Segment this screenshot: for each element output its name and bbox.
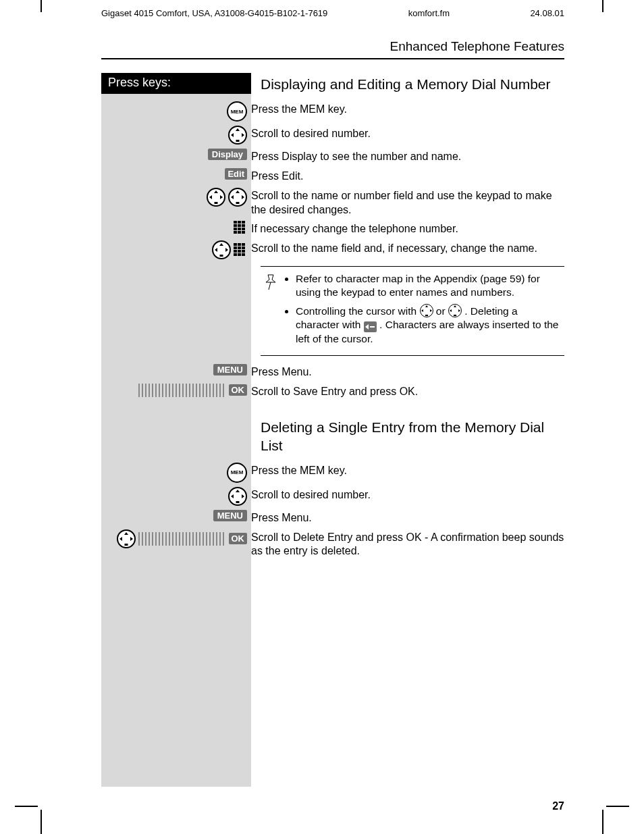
header-meta: Gigaset 4015 Comfort, USA, A31008-G4015-…	[101, 8, 564, 18]
crop-mark	[602, 0, 603, 12]
ok-softkey: OK	[229, 533, 248, 544]
step-text: Press Menu.	[251, 364, 564, 380]
mem-key-icon: MEM	[227, 101, 247, 122]
menu-softkey: MENU	[213, 510, 247, 521]
step-text: Press the MEM key.	[251, 463, 564, 478]
step-row: OK Scroll to Save Entry and press OK.	[261, 384, 564, 399]
crop-mark	[15, 806, 38, 807]
nav-key-icon	[228, 188, 247, 207]
keypad-icon	[234, 221, 247, 234]
step-text: Press Display to see the number and name…	[251, 149, 564, 164]
display-softkey: Display	[208, 149, 247, 160]
note-box: Refer to character map in the Appendix (…	[261, 266, 564, 356]
menu-softkey: MENU	[213, 364, 247, 375]
pushpin-icon	[263, 272, 284, 350]
nav-key-icon	[117, 529, 136, 548]
nav-key-icon	[448, 304, 462, 317]
backspace-key-icon	[364, 321, 377, 332]
step-text: Scroll to Save Entry and press OK.	[251, 384, 564, 399]
note-item: Refer to character map in the Appendix (…	[296, 272, 562, 299]
step-text: Scroll to the name field and, if necessa…	[251, 240, 564, 256]
step-row: OK Scroll to Delete Entry and press OK -…	[261, 529, 564, 559]
svg-line-0	[269, 282, 271, 290]
edit-softkey: Edit	[225, 168, 247, 180]
crop-mark	[41, 810, 42, 834]
page-number: 27	[552, 800, 564, 812]
subheading-display-edit: Displaying and Editing a Memory Dial Num…	[261, 76, 564, 93]
step-text: Scroll to desired number.	[251, 126, 564, 141]
mem-key-icon: MEM	[227, 463, 247, 483]
nav-key-icon	[212, 240, 231, 259]
section-title: Enhanced Telephone Features	[101, 39, 564, 59]
step-row: MENU Press Menu.	[261, 510, 564, 525]
body: Press keys: Displaying and Editing a Mem…	[101, 73, 564, 787]
step-row: MEM Press the MEM key.	[261, 463, 564, 483]
key-column: Press keys:	[101, 73, 251, 787]
product-id: Gigaset 4015 Comfort, USA, A31008-G4015-…	[101, 8, 327, 18]
step-row: If necessary change the telephone number…	[261, 221, 564, 236]
nav-key-icon	[228, 126, 247, 145]
step-row: Scroll to the name field and, if necessa…	[261, 240, 564, 259]
page: Gigaset 4015 Comfort, USA, A31008-G4015-…	[0, 0, 644, 834]
step-row: MENU Press Menu.	[261, 364, 564, 380]
step-text: Scroll to the name or number field and u…	[251, 188, 564, 217]
crop-mark	[41, 0, 42, 12]
crop-mark	[606, 806, 629, 807]
step-text: Press the MEM key.	[251, 101, 564, 117]
step-row: Display Press Display to see the number …	[261, 149, 564, 164]
display-placeholder-icon	[138, 384, 226, 397]
key-column-header: Press keys:	[101, 73, 251, 94]
step-row: MEM Press the MEM key.	[261, 101, 564, 122]
step-row: Edit Press Edit.	[261, 168, 564, 184]
step-text: Scroll to desired number.	[251, 487, 564, 502]
step-text: Scroll to Delete Entry and press OK - A …	[251, 529, 564, 559]
step-text: If necessary change the telephone number…	[251, 221, 564, 236]
step-row: Scroll to desired number.	[261, 126, 564, 145]
crop-mark	[602, 810, 603, 834]
nav-key-icon	[228, 487, 247, 506]
step-row: Scroll to the name or number field and u…	[261, 188, 564, 217]
display-placeholder-icon	[138, 532, 226, 546]
step-text: Press Menu.	[251, 510, 564, 525]
nav-key-icon	[420, 304, 433, 317]
content-column: Displaying and Editing a Memory Dial Num…	[251, 73, 564, 787]
ok-softkey: OK	[229, 384, 248, 396]
keypad-icon	[234, 243, 247, 257]
file-name: komfort.fm	[408, 8, 450, 18]
file-date: 24.08.01	[530, 8, 564, 18]
nav-key-icon	[207, 188, 225, 207]
note-item: Controlling the cursor with or . Deletin…	[296, 304, 562, 346]
section-title-text: Enhanced Telephone Features	[390, 39, 564, 53]
step-text: Press Edit.	[251, 168, 564, 184]
note-list: Refer to character map in the Appendix (…	[284, 272, 562, 350]
step-row: Scroll to desired number.	[261, 487, 564, 506]
subheading-delete-single: Deleting a Single Entry from the Memory …	[261, 419, 564, 454]
